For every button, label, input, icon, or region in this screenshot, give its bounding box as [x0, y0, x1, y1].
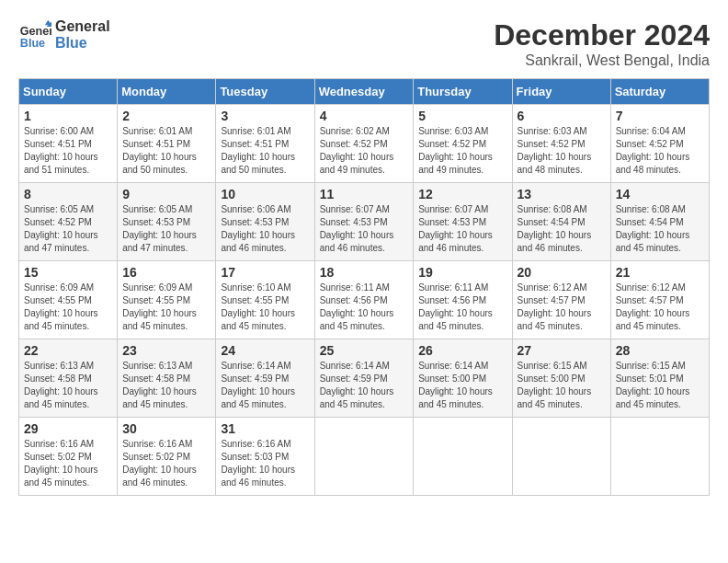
calendar-cell: 23 Sunrise: 6:13 AM Sunset: 4:58 PM Dayl… — [118, 339, 216, 418]
calendar-cell: 18 Sunrise: 6:11 AM Sunset: 4:56 PM Dayl… — [314, 261, 414, 339]
weekday-header-monday: Monday — [118, 79, 216, 105]
calendar-cell: 7 Sunrise: 6:04 AM Sunset: 4:52 PM Dayli… — [610, 105, 709, 183]
day-info: Sunrise: 6:03 AM Sunset: 4:52 PM Dayligh… — [418, 125, 506, 177]
day-number: 12 — [418, 187, 506, 201]
weekday-header-thursday: Thursday — [414, 79, 512, 105]
day-info: Sunrise: 6:01 AM Sunset: 4:51 PM Dayligh… — [122, 125, 210, 177]
day-info: Sunrise: 6:03 AM Sunset: 4:52 PM Dayligh… — [518, 125, 606, 177]
day-info: Sunrise: 6:09 AM Sunset: 4:55 PM Dayligh… — [24, 282, 112, 333]
calendar-cell: 16 Sunrise: 6:09 AM Sunset: 4:55 PM Dayl… — [118, 261, 216, 339]
calendar-cell: 29 Sunrise: 6:16 AM Sunset: 5:02 PM Dayl… — [19, 418, 118, 496]
weekday-header-saturday: Saturday — [610, 79, 709, 105]
calendar-cell: 28 Sunrise: 6:15 AM Sunset: 5:01 PM Dayl… — [610, 339, 709, 418]
calendar-cell — [414, 418, 512, 496]
calendar-cell: 8 Sunrise: 6:05 AM Sunset: 4:52 PM Dayli… — [19, 183, 118, 261]
logo: General Blue General Blue — [18, 18, 110, 52]
day-info: Sunrise: 6:11 AM Sunset: 4:56 PM Dayligh… — [418, 282, 506, 333]
calendar-cell: 12 Sunrise: 6:07 AM Sunset: 4:53 PM Dayl… — [414, 183, 512, 261]
day-number: 5 — [418, 109, 506, 123]
title-section: December 2024 Sankrail, West Bengal, Ind… — [494, 18, 710, 69]
day-info: Sunrise: 6:16 AM Sunset: 5:02 PM Dayligh… — [24, 438, 112, 489]
calendar-cell: 15 Sunrise: 6:09 AM Sunset: 4:55 PM Dayl… — [19, 261, 118, 339]
day-number: 28 — [616, 343, 704, 358]
day-info: Sunrise: 6:07 AM Sunset: 4:53 PM Dayligh… — [418, 203, 506, 255]
day-number: 18 — [320, 265, 409, 280]
calendar-cell — [314, 418, 414, 496]
weekday-header-row: SundayMondayTuesdayWednesdayThursdayFrid… — [19, 79, 710, 105]
day-info: Sunrise: 6:04 AM Sunset: 4:52 PM Dayligh… — [616, 125, 704, 177]
day-number: 31 — [221, 421, 309, 436]
calendar-cell: 19 Sunrise: 6:11 AM Sunset: 4:56 PM Dayl… — [414, 261, 512, 339]
day-number: 11 — [320, 187, 409, 201]
day-info: Sunrise: 6:05 AM Sunset: 4:52 PM Dayligh… — [24, 203, 112, 255]
calendar-cell: 11 Sunrise: 6:07 AM Sunset: 4:53 PM Dayl… — [314, 183, 414, 261]
day-info: Sunrise: 6:15 AM Sunset: 5:00 PM Dayligh… — [518, 360, 606, 411]
day-info: Sunrise: 6:11 AM Sunset: 4:56 PM Dayligh… — [320, 282, 409, 333]
weekday-header-friday: Friday — [512, 79, 610, 105]
day-number: 10 — [221, 187, 309, 201]
calendar-week-3: 15 Sunrise: 6:09 AM Sunset: 4:55 PM Dayl… — [19, 261, 710, 339]
day-number: 4 — [320, 109, 409, 123]
day-info: Sunrise: 6:01 AM Sunset: 4:51 PM Dayligh… — [221, 125, 309, 177]
day-number: 14 — [616, 187, 704, 201]
weekday-header-tuesday: Tuesday — [216, 79, 314, 105]
logo-icon: General Blue — [18, 18, 51, 52]
day-info: Sunrise: 6:14 AM Sunset: 5:00 PM Dayligh… — [418, 360, 506, 411]
day-info: Sunrise: 6:13 AM Sunset: 4:58 PM Dayligh… — [122, 360, 210, 411]
day-info: Sunrise: 6:08 AM Sunset: 4:54 PM Dayligh… — [518, 203, 606, 255]
svg-text:Blue: Blue — [20, 37, 45, 50]
day-info: Sunrise: 6:05 AM Sunset: 4:53 PM Dayligh… — [122, 203, 210, 255]
day-number: 9 — [122, 187, 210, 201]
calendar-cell: 1 Sunrise: 6:00 AM Sunset: 4:51 PM Dayli… — [19, 105, 118, 183]
day-number: 24 — [221, 343, 309, 358]
calendar-cell: 31 Sunrise: 6:16 AM Sunset: 5:03 PM Dayl… — [216, 418, 314, 496]
calendar-week-1: 1 Sunrise: 6:00 AM Sunset: 4:51 PM Dayli… — [19, 105, 710, 183]
calendar-week-4: 22 Sunrise: 6:13 AM Sunset: 4:58 PM Dayl… — [19, 339, 710, 418]
weekday-header-wednesday: Wednesday — [314, 79, 414, 105]
day-number: 3 — [221, 109, 309, 123]
calendar-cell: 24 Sunrise: 6:14 AM Sunset: 4:59 PM Dayl… — [216, 339, 314, 418]
calendar-cell: 3 Sunrise: 6:01 AM Sunset: 4:51 PM Dayli… — [216, 105, 314, 183]
day-info: Sunrise: 6:06 AM Sunset: 4:53 PM Dayligh… — [221, 203, 309, 255]
calendar-cell: 14 Sunrise: 6:08 AM Sunset: 4:54 PM Dayl… — [610, 183, 709, 261]
day-number: 20 — [518, 265, 606, 280]
calendar-cell: 25 Sunrise: 6:14 AM Sunset: 4:59 PM Dayl… — [314, 339, 414, 418]
calendar-cell: 20 Sunrise: 6:12 AM Sunset: 4:57 PM Dayl… — [512, 261, 610, 339]
day-number: 8 — [24, 187, 112, 201]
day-number: 25 — [320, 343, 409, 358]
day-info: Sunrise: 6:00 AM Sunset: 4:51 PM Dayligh… — [24, 125, 112, 177]
logo-text-block: General Blue — [55, 18, 110, 52]
day-info: Sunrise: 6:15 AM Sunset: 5:01 PM Dayligh… — [616, 360, 704, 411]
day-number: 27 — [518, 343, 606, 358]
calendar-week-5: 29 Sunrise: 6:16 AM Sunset: 5:02 PM Dayl… — [19, 418, 710, 496]
day-info: Sunrise: 6:12 AM Sunset: 4:57 PM Dayligh… — [616, 282, 704, 333]
calendar-cell: 17 Sunrise: 6:10 AM Sunset: 4:55 PM Dayl… — [216, 261, 314, 339]
calendar-cell: 27 Sunrise: 6:15 AM Sunset: 5:00 PM Dayl… — [512, 339, 610, 418]
calendar-cell: 21 Sunrise: 6:12 AM Sunset: 4:57 PM Dayl… — [610, 261, 709, 339]
calendar-cell — [610, 418, 709, 496]
calendar-cell: 4 Sunrise: 6:02 AM Sunset: 4:52 PM Dayli… — [314, 105, 414, 183]
day-info: Sunrise: 6:07 AM Sunset: 4:53 PM Dayligh… — [320, 203, 409, 255]
day-info: Sunrise: 6:08 AM Sunset: 4:54 PM Dayligh… — [616, 203, 704, 255]
day-number: 19 — [418, 265, 506, 280]
weekday-header-sunday: Sunday — [19, 79, 118, 105]
day-number: 30 — [122, 421, 210, 436]
day-info: Sunrise: 6:16 AM Sunset: 5:02 PM Dayligh… — [122, 438, 210, 489]
calendar-cell: 6 Sunrise: 6:03 AM Sunset: 4:52 PM Dayli… — [512, 105, 610, 183]
calendar-cell: 26 Sunrise: 6:14 AM Sunset: 5:00 PM Dayl… — [414, 339, 512, 418]
day-number: 21 — [616, 265, 704, 280]
day-info: Sunrise: 6:14 AM Sunset: 4:59 PM Dayligh… — [221, 360, 309, 411]
day-number: 15 — [24, 265, 112, 280]
day-number: 23 — [122, 343, 210, 358]
calendar-table: SundayMondayTuesdayWednesdayThursdayFrid… — [18, 78, 710, 496]
page-header: General Blue General Blue December 2024 … — [18, 18, 710, 69]
month-title: December 2024 — [494, 18, 710, 52]
day-number: 7 — [616, 109, 704, 123]
day-number: 26 — [418, 343, 506, 358]
calendar-cell — [512, 418, 610, 496]
day-info: Sunrise: 6:09 AM Sunset: 4:55 PM Dayligh… — [122, 282, 210, 333]
day-number: 6 — [518, 109, 606, 123]
day-info: Sunrise: 6:02 AM Sunset: 4:52 PM Dayligh… — [320, 125, 409, 177]
calendar-cell: 5 Sunrise: 6:03 AM Sunset: 4:52 PM Dayli… — [414, 105, 512, 183]
day-number: 1 — [24, 109, 112, 123]
